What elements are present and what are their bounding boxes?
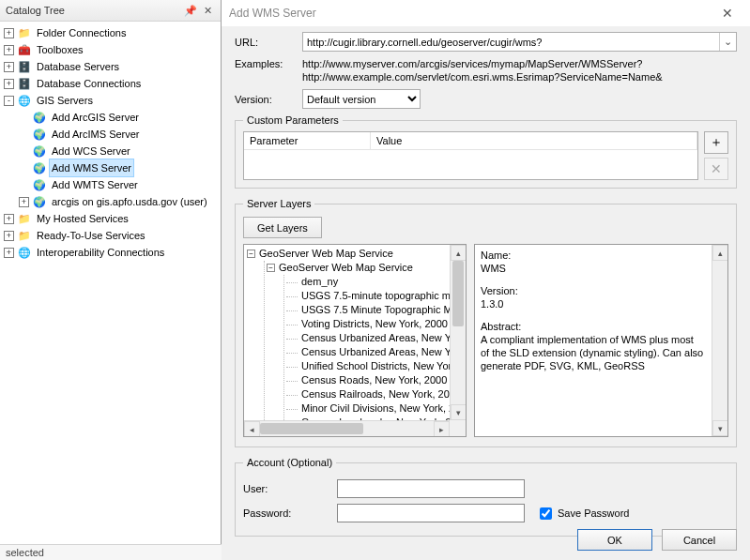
password-input[interactable] <box>337 504 525 522</box>
expand-icon[interactable]: + <box>19 197 29 207</box>
examples-label: Examples: <box>235 57 302 69</box>
layer-info-panel: Name: WMS Version: 1.3.0 Abstract: A com… <box>474 244 728 437</box>
srv-icon: 🌍 <box>32 195 47 208</box>
scroll-thumb-vertical[interactable] <box>452 261 464 326</box>
custom-parameters-group: Custom Parameters Parameter Value ＋ ✕ <box>235 114 737 189</box>
tree-node-label[interactable]: Ready-To-Use Services <box>35 227 147 244</box>
server-layers-tree[interactable]: −GeoServer Web Map Service−GeoServer Web… <box>243 244 467 437</box>
tree-node-label[interactable]: Folder Connections <box>35 24 128 41</box>
tree-node-label[interactable]: Add ArcGIS Server <box>50 109 141 126</box>
tree-node[interactable]: +🌍arcgis on gis.apfo.usda.gov (user) <box>17 193 219 210</box>
tree-node-label[interactable]: Add ArcIMS Server <box>50 126 142 143</box>
scroll-down-icon[interactable]: ▾ <box>451 404 467 420</box>
server-layers-title: Server Layers <box>243 198 314 209</box>
scroll-thumb-horizontal[interactable] <box>260 423 363 434</box>
version-select[interactable]: Default version <box>302 89 421 109</box>
info-scroll-up-icon[interactable]: ▴ <box>712 245 728 261</box>
layers-tree-scrollbar-horizontal[interactable]: ◂ ▸ <box>244 420 450 436</box>
layer-tree-item[interactable]: Census Urbanized Areas, New York <box>286 345 450 359</box>
tree-node-label[interactable]: Interoperability Connections <box>35 244 166 261</box>
version-label: Version: <box>235 94 302 105</box>
save-password-checkbox[interactable] <box>540 507 552 520</box>
collapse-icon[interactable]: − <box>267 264 275 272</box>
pin-icon[interactable]: 📌 <box>183 3 198 18</box>
info-abstract-label: Abstract: <box>481 320 705 333</box>
tree-node-label[interactable]: My Hosted Services <box>35 210 130 227</box>
layer-tree-group[interactable]: −GeoServer Web Map Service <box>267 261 450 275</box>
tree-node-label[interactable]: Add WMS Server <box>50 159 133 176</box>
srv-icon: 🌍 <box>32 178 47 191</box>
account-title: Account (Optional) <box>243 457 336 468</box>
expander-blank <box>19 129 29 140</box>
expand-icon[interactable]: + <box>4 214 14 224</box>
info-scrollbar-vertical[interactable]: ▴ ▾ <box>712 245 727 436</box>
close-panel-icon[interactable]: ✕ <box>200 3 215 18</box>
tree-node[interactable]: +🗄️Database Connections <box>2 75 219 92</box>
tree-node[interactable]: +🗄️Database Servers <box>2 58 219 75</box>
layers-tree-scrollbar-vertical[interactable]: ▴ ▾ <box>450 245 466 420</box>
expand-icon[interactable]: + <box>4 248 14 258</box>
layer-tree-item[interactable]: Census Roads, New York, 2000 <box>286 373 450 387</box>
scroll-right-icon[interactable]: ▸ <box>434 421 450 437</box>
expand-icon[interactable]: + <box>4 62 14 72</box>
layer-tree-item[interactable]: dem_ny <box>286 275 450 289</box>
remove-parameter-button: ✕ <box>704 158 728 180</box>
url-dropdown-icon[interactable]: ⌄ <box>719 33 736 51</box>
value-column-header: Value <box>371 132 697 149</box>
tree-node-label[interactable]: Add WMTS Server <box>50 176 140 193</box>
layer-tree-group-label: GeoServer Web Map Service <box>279 261 413 275</box>
layer-tree-item[interactable]: Census Urbanized Areas, New York <box>286 331 450 345</box>
example-line-1: http://www.myserver.com/arcgis/services/… <box>302 57 663 70</box>
expand-icon[interactable]: + <box>4 45 14 55</box>
tree-node[interactable]: -🌐GIS Servers <box>2 92 219 109</box>
layer-tree-item[interactable]: Minor Civil Divisions, New York, 200 <box>286 401 450 416</box>
catalog-tree[interactable]: +📁Folder Connections+🧰Toolboxes+🗄️Databa… <box>0 22 221 560</box>
ok-button[interactable]: OK <box>577 529 652 551</box>
layer-tree-item[interactable]: Unified School Districts, New York, <box>286 359 450 373</box>
tree-node-label[interactable]: Database Connections <box>35 75 143 92</box>
tree-node[interactable]: 🌍Add WMTS Server <box>17 176 219 193</box>
plus-icon: ＋ <box>710 134 723 151</box>
layer-tree-item[interactable]: USGS 7.5-minute topographic map <box>286 289 450 303</box>
tree-node-label[interactable]: Toolboxes <box>35 41 85 58</box>
tree-node[interactable]: 🌍Add ArcIMS Server <box>17 126 219 143</box>
tree-node[interactable]: +📁Folder Connections <box>2 24 219 41</box>
tree-node[interactable]: +📁Ready-To-Use Services <box>2 227 219 244</box>
close-icon[interactable]: ✕ <box>712 6 742 21</box>
info-abstract-value: A compliant implementation of WMS plus m… <box>481 333 705 372</box>
scroll-up-icon[interactable]: ▴ <box>451 245 467 261</box>
remove-icon: ✕ <box>711 161 722 176</box>
add-parameter-button[interactable]: ＋ <box>704 131 728 154</box>
user-input[interactable] <box>337 479 525 498</box>
toolbox-icon: 🧰 <box>17 43 32 56</box>
save-password-label[interactable]: Save Password <box>536 505 629 522</box>
cancel-button[interactable]: Cancel <box>662 529 737 551</box>
tree-node[interactable]: +📁My Hosted Services <box>2 210 219 227</box>
collapse-icon[interactable]: − <box>247 250 255 258</box>
tree-node-label[interactable]: GIS Servers <box>35 92 95 109</box>
expand-icon[interactable]: + <box>4 231 14 241</box>
layer-tree-item[interactable]: Voting Districts, New York, 2000 <box>286 317 450 331</box>
expand-icon[interactable]: + <box>4 79 14 89</box>
scroll-left-icon[interactable]: ◂ <box>244 421 260 437</box>
tree-node-label[interactable]: arcgis on gis.apfo.usda.gov (user) <box>50 193 209 210</box>
expander-blank <box>19 180 29 190</box>
collapse-icon[interactable]: - <box>4 96 14 106</box>
layer-tree-item[interactable]: USGS 7.5 Minute Topographic Map <box>286 303 450 317</box>
tree-node[interactable]: +🌐Interoperability Connections <box>2 244 219 261</box>
expand-icon[interactable]: + <box>4 28 14 38</box>
url-input[interactable] <box>303 35 719 50</box>
tree-node[interactable]: +🧰Toolboxes <box>2 41 219 58</box>
info-scroll-down-icon[interactable]: ▾ <box>712 420 728 436</box>
tree-node-label[interactable]: Add WCS Server <box>50 143 132 159</box>
tree-node[interactable]: 🌍Add WCS Server <box>17 143 219 159</box>
parameters-table[interactable]: Parameter Value <box>243 131 698 180</box>
tree-node-label[interactable]: Database Servers <box>35 58 121 75</box>
info-name-label: Name: <box>481 249 705 262</box>
layer-tree-root[interactable]: −GeoServer Web Map Service <box>247 247 450 261</box>
get-layers-button[interactable]: Get Layers <box>243 217 322 238</box>
tree-node[interactable]: 🌍Add WMS Server <box>17 159 219 176</box>
layer-tree-item[interactable]: Census Railroads, New York, 2000 <box>286 387 450 401</box>
password-label: Password: <box>243 507 337 519</box>
tree-node[interactable]: 🌍Add ArcGIS Server <box>17 109 219 126</box>
